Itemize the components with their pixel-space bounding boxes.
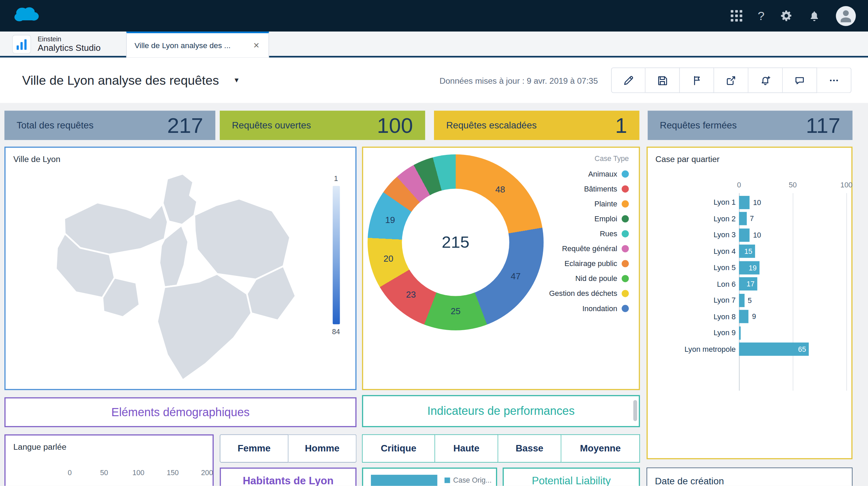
legend-item[interactable]: Inondation	[549, 301, 629, 316]
bar[interactable]	[739, 326, 741, 340]
user-avatar[interactable]	[836, 6, 856, 26]
legend-item[interactable]: Bâtiments	[549, 182, 629, 197]
legend-item-label: Plainte	[594, 200, 617, 208]
subscribe-bell-plus-button[interactable]	[748, 67, 783, 93]
legend-item-label: Inondation	[582, 304, 617, 312]
notifications-bell-icon[interactable]	[808, 10, 821, 22]
help-icon[interactable]: ?	[758, 8, 765, 23]
axis-tick-label: 0	[68, 469, 72, 477]
filter-femme-button[interactable]: Femme	[220, 434, 288, 463]
bar[interactable]	[739, 212, 747, 225]
case-type-legend-items: AnimauxBâtimentsPlainteEmploiRuesRequête…	[549, 166, 629, 316]
chevron-down-icon[interactable]: ▼	[233, 76, 240, 84]
legend-item-label: Rues	[600, 230, 617, 238]
share-button[interactable]	[714, 67, 748, 93]
bar[interactable]	[739, 196, 750, 209]
legend-item[interactable]: Animaux	[549, 166, 629, 181]
dashboard-toolbar	[611, 67, 851, 93]
last-updated-text: Données mises à jour : 9 avr. 2019 à 07:…	[439, 76, 598, 85]
bar-category-label: Lyon 7	[654, 296, 736, 304]
filter-homme-button[interactable]: Homme	[289, 434, 357, 463]
bar-category-label: Lyon 1	[654, 198, 736, 206]
legend-item[interactable]: Gestion des déchets	[549, 286, 629, 301]
bar-track: 17	[739, 277, 846, 290]
legend-item[interactable]: Plainte	[549, 197, 629, 211]
bar[interactable]	[739, 294, 745, 307]
scrollbar-thumb[interactable]	[633, 400, 637, 421]
axis-tick-label: 100	[132, 469, 144, 477]
case-origin-widget: Case Orig...	[362, 468, 497, 486]
bar[interactable]: 65	[739, 343, 809, 356]
comments-button[interactable]	[783, 67, 817, 93]
app-name: Einstein Analytics Studio	[38, 36, 101, 53]
bar-category-label: Lyon 5	[654, 264, 736, 272]
legend-item-dot	[622, 215, 629, 222]
axis-tick-label: 150	[167, 469, 179, 477]
app-launcher-icon[interactable]	[731, 10, 742, 21]
donut-segment-value: 19	[385, 215, 395, 225]
bar-track: 5	[739, 294, 846, 307]
edit-button[interactable]	[611, 67, 645, 93]
filter-haute-button[interactable]: Haute	[435, 434, 498, 463]
scale-min-label: 1	[334, 174, 338, 182]
bar-value-label: 7	[750, 215, 754, 223]
more-actions-button[interactable]	[817, 67, 851, 93]
bar[interactable]	[739, 310, 749, 323]
lyon-choropleth-map[interactable]	[33, 171, 310, 381]
donut-segment-value: 47	[511, 272, 520, 282]
kpi-total-requetes[interactable]: Total des requêtes 217	[4, 111, 215, 140]
tab-ville-de-lyon[interactable]: Ville de Lyon analyse des ... ✕	[126, 32, 269, 58]
filter-basse-button[interactable]: Basse	[498, 434, 561, 463]
bar-value-label: 10	[753, 198, 761, 206]
quartier-widget-title: Case par quartier	[655, 155, 719, 164]
performance-section-header: Indicateurs de performances	[362, 395, 640, 427]
bar[interactable]: 15	[739, 245, 755, 258]
tab-close-icon[interactable]: ✕	[251, 40, 262, 51]
performance-title: Indicateurs de performances	[427, 404, 575, 418]
bar[interactable]	[739, 228, 750, 242]
legend-item-dot	[622, 185, 629, 193]
legend-item-dot	[622, 305, 629, 312]
bar-value-label: 10	[753, 231, 761, 239]
quartier-axis: 050100	[739, 181, 846, 191]
setup-gear-icon[interactable]	[780, 9, 793, 22]
quartier-bar-chart: 050100 Lyon 110Lyon 27Lyon 310Lyon 415Ly…	[654, 181, 846, 427]
bar-track	[739, 326, 846, 340]
legend-item-label: Emploi	[594, 215, 617, 223]
axis-tick-label: 0	[737, 181, 741, 189]
case-origin-bar[interactable]	[371, 475, 437, 486]
dashboard-title-bar: Ville de Lyon analyse des requêtes ▼ Don…	[0, 58, 868, 103]
filter-moyenne-button[interactable]: Moyenne	[561, 434, 640, 463]
legend-item-dot	[622, 260, 629, 267]
bar[interactable]: 17	[739, 277, 757, 290]
potential-liability-title: Potential Liability	[532, 475, 611, 486]
header-actions: ?	[731, 6, 856, 26]
axis-tick-label: 200	[201, 469, 213, 477]
legend-item[interactable]: Eclairage public	[549, 256, 629, 271]
date-creation-title: Date de création	[655, 476, 724, 486]
save-button[interactable]	[646, 67, 680, 93]
filter-critique-button[interactable]: Critique	[362, 434, 435, 463]
legend-item-label: Nid de poule	[575, 275, 617, 283]
kpi-requetes-escaladees[interactable]: Requêtes escaladées 1	[434, 111, 639, 140]
langue-axis: 050100150200	[70, 469, 211, 478]
legend-item[interactable]: Nid de poule	[549, 271, 629, 286]
bar[interactable]: 19	[739, 261, 760, 274]
legend-item[interactable]: Rues	[549, 226, 629, 241]
bar-category-label: Lyon metropole	[654, 345, 736, 353]
bar-value-label: 65	[798, 345, 806, 353]
kpi-requetes-ouvertes[interactable]: Requêtes ouvertes 100	[220, 111, 425, 140]
kpi-label: Total des requêtes	[17, 120, 94, 131]
case-par-quartier-widget: Case par quartier 050100 Lyon 110Lyon 27…	[647, 147, 852, 459]
case-type-donut[interactable]: 215 484725232019	[368, 155, 544, 330]
salesforce-logo-icon[interactable]	[12, 5, 41, 27]
bar-value-label: 15	[744, 247, 752, 255]
langue-widget-title: Langue parlée	[13, 442, 66, 451]
bar-track: 10	[739, 228, 846, 242]
legend-item[interactable]: Requête général	[549, 241, 629, 256]
kpi-requetes-fermees[interactable]: Requêtes fermées 117	[648, 111, 852, 140]
legend-item-dot	[622, 200, 629, 207]
legend-item[interactable]: Emploi	[549, 211, 629, 226]
flag-bookmark-button[interactable]	[680, 67, 714, 93]
app-brand[interactable]: Einstein Analytics Studio	[12, 35, 101, 54]
